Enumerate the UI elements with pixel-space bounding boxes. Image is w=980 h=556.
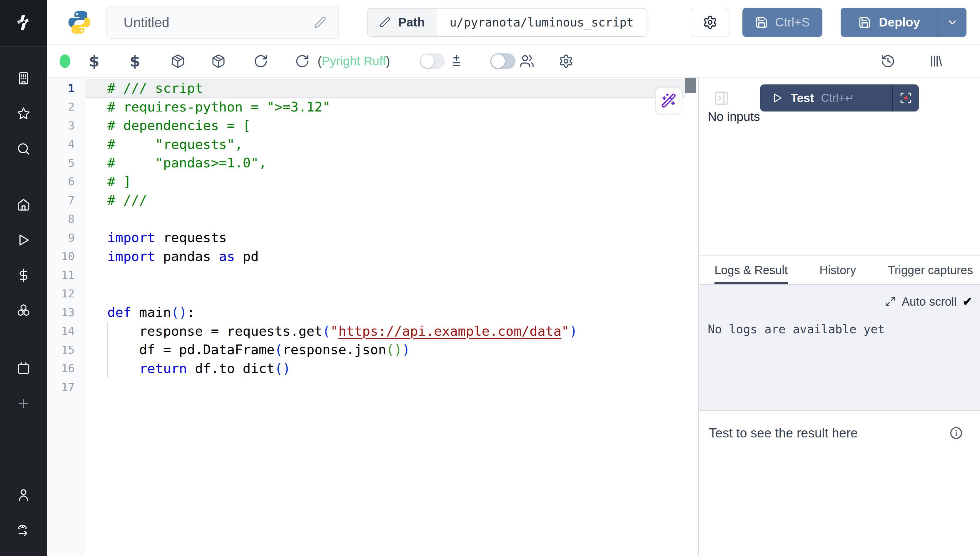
code-line[interactable]: 12 xyxy=(47,284,698,303)
variables-icon[interactable]: $ xyxy=(89,52,99,70)
code-text: df = pd.DataFrame(response.json()) xyxy=(85,340,685,359)
code-text: # ] xyxy=(85,172,685,191)
save-button[interactable]: Ctrl+S xyxy=(742,8,822,37)
gear-icon[interactable] xyxy=(559,54,573,68)
code-line[interactable]: 5# "pandas>=1.0", xyxy=(47,154,698,172)
code-line[interactable]: 4# "requests", xyxy=(47,135,698,154)
search-icon[interactable] xyxy=(0,131,47,166)
code-text xyxy=(85,210,685,229)
autoscroll-control[interactable]: Auto scroll ✔ xyxy=(885,295,972,308)
crown-arrow-icon[interactable] xyxy=(0,512,47,548)
code-text: # /// xyxy=(85,191,685,210)
code-editor[interactable]: 1# /// script2# requires-python = ">=3.1… xyxy=(47,78,698,556)
building-icon[interactable] xyxy=(0,61,47,96)
line-number: 9 xyxy=(47,231,85,244)
script-title-input[interactable]: Untitled xyxy=(106,6,339,39)
refresh-icon[interactable] xyxy=(295,54,309,68)
header: Untitled Path u/pyranota/luminous_script xyxy=(47,0,980,45)
right-panel: Test Ctrl+↵ No inputs Logs & ResultHisto… xyxy=(698,78,980,556)
line-number: 6 xyxy=(47,175,85,188)
windmill-logo[interactable] xyxy=(0,0,47,47)
library-icon[interactable] xyxy=(928,54,943,68)
code-line[interactable]: 17 xyxy=(47,378,698,396)
code-line[interactable]: 13def main(): xyxy=(47,303,698,322)
sidebar xyxy=(0,0,47,556)
tab-trigger-captures[interactable]: Trigger captures xyxy=(888,256,973,284)
python-logo xyxy=(66,10,92,35)
package-icon[interactable] xyxy=(171,54,185,68)
app-root: Untitled Path u/pyranota/luminous_script xyxy=(0,0,980,556)
ai-assistant-button[interactable] xyxy=(655,87,682,114)
line-number: 5 xyxy=(47,157,85,170)
plus-minus-icon[interactable] xyxy=(449,54,464,68)
play-icon xyxy=(772,92,783,103)
code-line[interactable]: 3# dependencies = [ xyxy=(47,116,698,135)
code-text xyxy=(85,284,685,303)
plus-icon[interactable] xyxy=(0,386,47,421)
code-line[interactable]: 1# /// script xyxy=(47,79,698,98)
tab-history[interactable]: History xyxy=(819,256,856,284)
calendar-icon[interactable] xyxy=(0,351,47,386)
code-text: # "requests", xyxy=(85,135,685,154)
code-text: response = requests.get("https://api.exa… xyxy=(85,322,685,341)
path-field[interactable]: Path u/pyranota/luminous_script xyxy=(367,8,647,37)
line-number: 13 xyxy=(47,306,85,319)
code-line[interactable]: 16 return df.to_dict() xyxy=(47,359,698,378)
history-icon[interactable] xyxy=(881,54,895,68)
path-label-segment: Path xyxy=(368,8,437,36)
line-number: 14 xyxy=(47,325,85,338)
deploy-label: Deploy xyxy=(879,15,920,29)
path-label: Path xyxy=(398,15,425,29)
code-line[interactable]: 7# /// xyxy=(47,191,698,210)
code-line[interactable]: 6# ] xyxy=(47,172,698,191)
code-line[interactable]: 11 xyxy=(47,266,698,284)
capture-button[interactable] xyxy=(893,84,919,112)
resources-icon[interactable]: $ xyxy=(130,52,140,70)
logs-section: Auto scroll ✔ No logs are available yet xyxy=(699,285,980,411)
deploy-button[interactable]: Deploy xyxy=(841,8,967,37)
code-text xyxy=(85,266,685,284)
code-line[interactable]: 14 response = requests.get("https://api.… xyxy=(47,322,698,341)
code-line[interactable]: 10import pandas as pd xyxy=(47,247,698,266)
test-button[interactable]: Test Ctrl+↵ xyxy=(760,84,919,112)
pencil-icon[interactable] xyxy=(314,16,326,29)
code-line[interactable]: 2# requires-python = ">=3.12" xyxy=(47,98,698,116)
line-number: 7 xyxy=(47,194,85,207)
script-title: Untitled xyxy=(124,15,314,30)
path-value-segment[interactable]: u/pyranota/luminous_script xyxy=(437,8,646,36)
home-icon[interactable] xyxy=(0,187,47,222)
play-icon[interactable] xyxy=(0,222,47,258)
collapse-panel-icon[interactable] xyxy=(714,91,730,106)
code-line[interactable]: 9import requests xyxy=(47,228,698,247)
magic-wand-icon xyxy=(661,93,676,108)
tab-logs-result[interactable]: Logs & Result xyxy=(714,256,788,284)
multiplayer-toggle[interactable] xyxy=(490,53,516,69)
lint-paren-close: ) xyxy=(386,54,390,68)
code-text: def main(): xyxy=(85,303,685,322)
check-icon: ✔ xyxy=(962,295,972,308)
users-icon[interactable] xyxy=(519,54,534,68)
lint-text: Pyright Ruff xyxy=(322,54,386,68)
cubes-icon[interactable] xyxy=(0,293,47,328)
refresh-icon[interactable] xyxy=(253,54,268,68)
user-icon[interactable] xyxy=(0,477,47,512)
lint-status: (Pyright Ruff) xyxy=(318,54,390,68)
line-number: 16 xyxy=(47,362,85,375)
dollar-icon[interactable] xyxy=(0,258,47,293)
code-text: # requires-python = ">=3.12" xyxy=(85,98,685,116)
line-number: 10 xyxy=(47,250,85,263)
star-icon[interactable] xyxy=(0,96,47,131)
diff-toggle[interactable] xyxy=(419,53,445,69)
deploy-dropdown[interactable] xyxy=(938,16,967,28)
settings-button[interactable] xyxy=(691,8,730,37)
indent-guide xyxy=(107,322,108,378)
code-line[interactable]: 15 df = pd.DataFrame(response.json()) xyxy=(47,340,698,359)
lint-paren-open: ( xyxy=(318,54,322,68)
code-text: import requests xyxy=(85,228,685,247)
info-icon[interactable] xyxy=(949,426,963,440)
package-icon[interactable] xyxy=(211,54,226,68)
line-number: 2 xyxy=(47,100,85,113)
code-line[interactable]: 8 xyxy=(47,210,698,229)
editor-scrollbar-thumb[interactable] xyxy=(685,78,696,93)
line-number: 3 xyxy=(47,119,85,132)
